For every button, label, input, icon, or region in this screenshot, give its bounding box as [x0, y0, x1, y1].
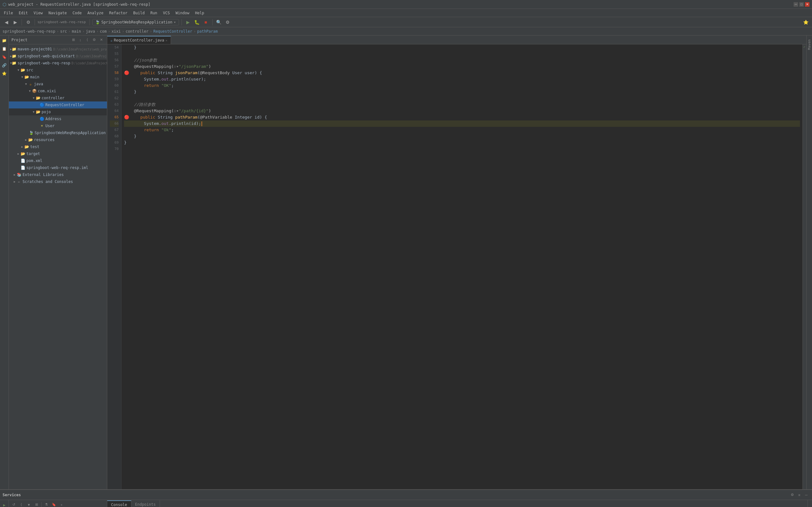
tree-item-iml[interactable]: ▶ 📄 springboot-web-req-resp.iml: [9, 164, 107, 171]
settings-button[interactable]: ⚙: [24, 18, 32, 26]
tree-item-resources[interactable]: ▶ 📂 resources: [9, 136, 107, 143]
run-icon[interactable]: ▶: [1, 501, 8, 507]
menu-code[interactable]: Code: [70, 10, 85, 16]
menu-vcs[interactable]: VCS: [161, 10, 172, 16]
run-config-name: SpringbootWebReqRespApplication: [101, 20, 172, 24]
menu-refactor[interactable]: Refactor: [107, 10, 130, 16]
breadcrumb-main[interactable]: main: [72, 29, 81, 34]
close-button[interactable]: ✕: [805, 2, 809, 7]
tree-item-comxixi[interactable]: ▼ 📦 com.xixi: [9, 88, 107, 95]
tree-item-main[interactable]: ▼ 📂 main: [9, 73, 107, 80]
tab-console[interactable]: Console: [107, 500, 132, 507]
breadcrumb-java[interactable]: java: [86, 29, 95, 34]
tab-label: RequestController.java: [114, 38, 164, 43]
tab-close-icon[interactable]: ✕: [166, 39, 167, 42]
tree-item-target[interactable]: ▶ 📂 target: [9, 150, 107, 157]
structure-icon[interactable]: 📋: [1, 45, 8, 53]
menu-window[interactable]: Window: [173, 10, 192, 16]
tree-item-req-resp[interactable]: ▼ 📁 springboot-web-req-resp D:\code\Idea…: [9, 60, 107, 67]
breadcrumb-controller[interactable]: controller: [125, 29, 149, 34]
back-button[interactable]: ◀: [3, 18, 10, 26]
right-side-vertical-tabs: Maven: [806, 36, 812, 489]
spring-leaf-icon: 🍃: [95, 20, 100, 24]
svc-collapse-btn[interactable]: ⟨: [18, 501, 25, 507]
tree-item-maven[interactable]: ▶ 📁 maven-project01 D:\code\IdeaProjects…: [9, 46, 107, 53]
menu-view[interactable]: View: [31, 10, 45, 16]
tree-label: springboot-web-quickstart: [17, 54, 75, 58]
svc-filter-btn[interactable]: ▼: [26, 501, 32, 507]
code-editor[interactable]: } //json参数 @RequestMapping(☉▾"/jsonParam…: [121, 44, 803, 489]
line-num-70: 70: [110, 146, 119, 152]
panel-config-btn[interactable]: ≡: [796, 492, 803, 498]
tree-item-src[interactable]: ▼ 📂 src: [9, 67, 107, 73]
tree-item-pojo[interactable]: ▼ 📂 pojo: [9, 108, 107, 115]
maximize-button[interactable]: □: [799, 2, 804, 7]
breadcrumb-project[interactable]: springboot-web-req-resp: [3, 29, 55, 34]
tree-item-user[interactable]: ▶ ☀ User: [9, 122, 107, 129]
breadcrumb-src[interactable]: src: [60, 29, 67, 34]
code-line-58: 🔴 public String jsonParam(@RequestBody U…: [124, 70, 800, 76]
breadcrumb-class[interactable]: RequestController: [153, 29, 192, 34]
stop-button[interactable]: ■: [202, 18, 210, 26]
tree-label: main: [30, 75, 39, 79]
tree-label: src: [26, 68, 33, 72]
breadcrumb-xixi[interactable]: xixi: [112, 29, 121, 34]
bookmarks-icon[interactable]: 🔖: [1, 53, 8, 61]
tree-label: pom.xml: [26, 159, 43, 163]
menu-edit[interactable]: Edit: [16, 10, 31, 16]
panel-action-close[interactable]: ✕: [98, 37, 104, 43]
bookmark-button[interactable]: ⭐: [802, 18, 809, 26]
tree-item-request-controller[interactable]: ▶ 🔵 RequestController: [9, 102, 107, 108]
minimize-button[interactable]: ─: [794, 2, 798, 7]
ext-libs-icon: 📚: [16, 172, 21, 177]
tree-item-spring-app[interactable]: ▶ 🍃 SpringbootWebReqRespApplication: [9, 129, 107, 136]
breadcrumb-com[interactable]: com: [100, 29, 107, 34]
tree-item-test[interactable]: ▶ 📂 test: [9, 143, 107, 150]
menu-file[interactable]: File: [1, 10, 15, 16]
panel-header-actions: ⊞ ↕ ⟨ ⚙ ✕: [70, 37, 104, 43]
panel-minimize-btn[interactable]: ─: [803, 492, 809, 498]
svc-add-btn[interactable]: +: [58, 501, 65, 507]
tree-item-address[interactable]: ▶ 🔵 Address: [9, 115, 107, 122]
menu-navigate[interactable]: Navigate: [46, 10, 69, 16]
svc-refresh-btn[interactable]: ↺: [10, 501, 17, 507]
project-icon[interactable]: 📁: [1, 37, 8, 44]
panel-action-collapse[interactable]: ⟨: [84, 37, 91, 43]
forward-button[interactable]: ▶: [11, 18, 19, 26]
maven-tab[interactable]: Maven: [807, 38, 812, 51]
menu-build[interactable]: Build: [131, 10, 147, 16]
main-folder-icon: 📂: [24, 74, 29, 79]
endpoints-icon[interactable]: 🔗: [1, 61, 8, 69]
gear-button[interactable]: ⚙: [224, 18, 232, 26]
tab-endpoints[interactable]: Endpoints: [132, 500, 160, 507]
panel-settings-btn[interactable]: ⚙: [789, 492, 796, 498]
run-button[interactable]: ▶: [184, 18, 192, 26]
breadcrumb-method[interactable]: pathParam: [197, 29, 218, 34]
panel-action-settings[interactable]: ⚙: [91, 37, 97, 43]
window-controls[interactable]: ─ □ ✕: [794, 2, 809, 7]
menu-run[interactable]: Run: [148, 10, 160, 16]
tree-item-controller-folder[interactable]: ▼ 📂 controller: [9, 95, 107, 102]
run-config-selector[interactable]: 🍃 SpringbootWebReqRespApplication ▾: [92, 19, 179, 25]
tree-item-java[interactable]: ▼ ☕ java: [9, 80, 107, 88]
line-num-64: 64: [110, 108, 119, 114]
tree-item-scratches[interactable]: ▶ ✏ Scratches and Consoles: [9, 178, 107, 185]
debug-button[interactable]: 🐛: [193, 18, 201, 26]
favorites-icon[interactable]: ⭐: [1, 70, 8, 77]
breadcrumb-sep-5: ›: [108, 29, 110, 34]
tree-item-pom[interactable]: ▶ 📄 pom.xml: [9, 157, 107, 164]
svc-group-btn[interactable]: ⊞: [33, 501, 40, 507]
menu-analyze[interactable]: Analyze: [85, 10, 106, 16]
search-everywhere-button[interactable]: 🔍: [215, 18, 223, 26]
svc-bookmark-btn[interactable]: 🔖: [50, 501, 57, 507]
tree-item-ext-libs[interactable]: ▶ 📚 External Libraries: [9, 171, 107, 178]
panel-action-sort[interactable]: ↕: [77, 37, 84, 43]
arrow-icon: ▶: [20, 145, 24, 149]
tab-request-controller[interactable]: ☕ RequestController.java ✕: [107, 36, 171, 44]
tree-item-quickstart[interactable]: ▶ 📁 springboot-web-quickstart D:\code\Id…: [9, 53, 107, 60]
tree-label: controller: [42, 96, 64, 100]
menu-help[interactable]: Help: [193, 10, 207, 16]
svc-filter2-btn[interactable]: ⚗: [43, 501, 50, 507]
editor-content[interactable]: 54 55 56 57 58 59 60 61 62 63 64 65 66 6…: [107, 44, 806, 489]
panel-action-layout[interactable]: ⊞: [70, 37, 77, 43]
